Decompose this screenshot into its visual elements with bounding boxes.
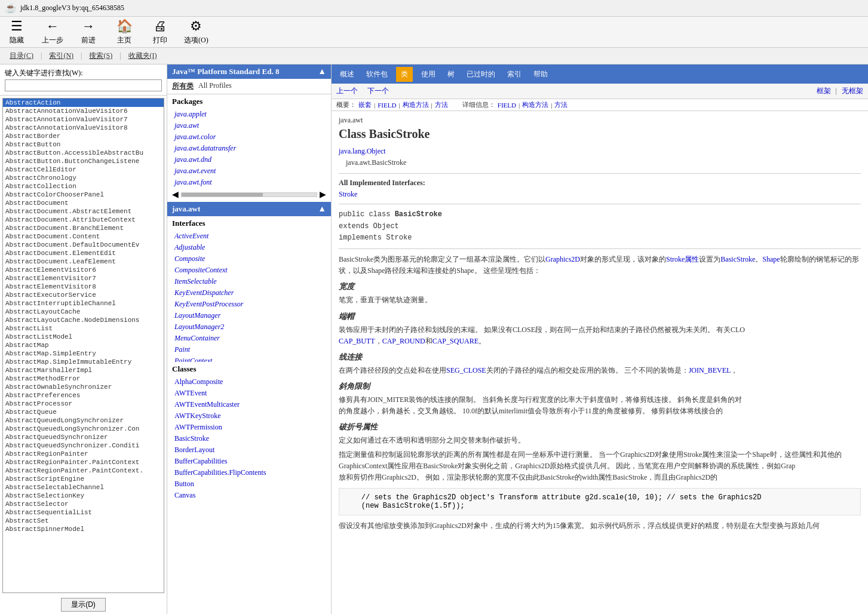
next-link[interactable]: 下一个 (367, 86, 389, 96)
class-list-item[interactable]: AbstractMarshallerImpl (3, 366, 164, 374)
class-list-item[interactable]: AbstractQueue (3, 408, 164, 416)
tab-help[interactable]: 帮助 (530, 68, 551, 81)
package-item[interactable]: java.awt.dnd (167, 154, 331, 165)
class-list-item[interactable]: AbstractColorChooserPanel (3, 191, 164, 199)
class-list-item[interactable]: AbstractSelectableChannel (3, 483, 164, 492)
interface-item[interactable]: KeyEventDispatcher (167, 287, 331, 299)
class-list-item[interactable]: AbstractList (3, 324, 164, 333)
class-list-item[interactable]: AbstractMethodError (3, 374, 164, 383)
class-list-item[interactable]: AbstractElementVisitor6 (3, 266, 164, 274)
shape-link-desc[interactable]: Shape (762, 255, 780, 263)
class-list-item[interactable]: AbstractDocument.AttributeContext (3, 216, 164, 224)
tab-index[interactable]: 索引 (504, 68, 525, 81)
forward-button[interactable]: → 前进 (76, 19, 100, 45)
class-list-item[interactable]: AbstractListModel (3, 333, 164, 341)
class-list-item[interactable]: AbstractProcessor (3, 400, 164, 408)
package-item[interactable]: java.awt.event (167, 165, 331, 177)
nested-link[interactable]: 嵌套 (358, 100, 372, 109)
class-list[interactable]: AbstractAction AbstractAnnotationValueVi… (2, 98, 164, 593)
class-list-item[interactable]: AbstractRegionPainter.PaintContext. (3, 466, 164, 475)
class-list-item[interactable]: AbstractInterruptibleChannel (3, 299, 164, 308)
stroke-link[interactable]: Stroke (339, 190, 357, 198)
print-button[interactable]: 🖨 打印 (148, 19, 172, 45)
scroll-right-btn[interactable]: ▶ (320, 189, 326, 199)
class-list-item[interactable]: AbstractRegionPainter (3, 450, 164, 458)
package-item[interactable]: java.awt.datatransfer (167, 143, 331, 154)
collapse-btn[interactable]: ▲ (318, 67, 326, 76)
class-list-item[interactable]: AbstractPreferences (3, 391, 164, 400)
class-list-item[interactable]: AbstractSet (3, 517, 164, 525)
class-item[interactable]: Canvas (167, 490, 331, 501)
interface-item[interactable]: PaintContext (167, 355, 331, 362)
cap-square-link[interactable]: CAP_SQUARE (433, 337, 479, 345)
class-list-item[interactable]: AbstractMap.SimpleImmutableEntry (3, 358, 164, 366)
class-list-item[interactable]: AbstractDocument (3, 199, 164, 207)
tab-overview[interactable]: 概述 (336, 68, 358, 81)
class-list-item[interactable]: AbstractDocument.LeafElement (3, 257, 164, 266)
class-list-item[interactable]: AbstractMap (3, 341, 164, 349)
class-list-item[interactable]: AbstractChronology (3, 174, 164, 182)
class-list-item[interactable]: AbstractSpinnerModel (3, 525, 164, 533)
tab-package[interactable]: 软件包 (363, 68, 391, 81)
class-list-item[interactable]: AbstractDocument.BranchElement (3, 224, 164, 232)
class-list-item[interactable]: AbstractButton.ButtonChangeListene (3, 157, 164, 165)
tab-toc[interactable]: 目录(C) (5, 50, 38, 62)
constr-link[interactable]: 构造方法 (403, 100, 429, 109)
class-list-item[interactable]: AbstractQueuedLongSynchronizer (3, 416, 164, 425)
class-list-item[interactable]: AbstractDocument.DefaultDocumentEv (3, 241, 164, 249)
filter-profiles[interactable]: All Profiles (198, 81, 232, 91)
class-item[interactable]: AWTEventMulticaster (167, 399, 331, 410)
interface-item[interactable]: Composite (167, 253, 331, 265)
interface-item[interactable]: Adjustable (167, 242, 331, 253)
class-list-item[interactable]: AbstractMap.SimpleEntry (3, 349, 164, 358)
scroll-left-btn[interactable]: ◀ (172, 189, 179, 199)
class-list-item[interactable]: AbstractOwnableSynchronizer (3, 383, 164, 391)
expand-btn[interactable]: ▲ (318, 204, 326, 214)
interface-item[interactable]: ItemSelectable (167, 276, 331, 287)
options-button[interactable]: ⚙ 选项(O) (184, 19, 208, 45)
package-item[interactable]: java.awt.color (167, 131, 331, 143)
interface-item[interactable]: LayoutManager (167, 310, 331, 321)
class-list-item[interactable]: AbstractDocument.AbstractElement (3, 207, 164, 216)
class-list-item[interactable]: AbstractRegionPainter.PaintContext (3, 458, 164, 466)
class-item[interactable]: AWTKeyStroke (167, 410, 331, 422)
class-list-item[interactable]: AbstractElementVisitor7 (3, 274, 164, 283)
interface-item[interactable]: KeyEventPostProcessor (167, 299, 331, 310)
class-list-item[interactable]: AbstractSelector (3, 500, 164, 508)
object-link[interactable]: java.lang.Object (339, 147, 386, 155)
back-button[interactable]: ← 上一步 (41, 19, 65, 45)
cap-butt-link[interactable]: CAP_BUTT (339, 337, 375, 345)
seg-close-link[interactable]: SEG_CLOSE (446, 366, 486, 374)
frame-link[interactable]: 框架 (817, 86, 831, 96)
filter-all[interactable]: 所有类 (172, 81, 194, 91)
class-item[interactable]: BufferCapabilities (167, 456, 331, 467)
class-list-item[interactable]: AbstractAnnotationValueVisitor6 (3, 107, 164, 115)
class-list-item[interactable]: AbstractScriptEngine (3, 475, 164, 483)
detail-constr-link[interactable]: 构造方法 (522, 100, 548, 109)
detail-method-link[interactable]: 方法 (554, 100, 568, 109)
cap-round-link[interactable]: CAP_ROUND (382, 337, 425, 345)
class-list-item[interactable]: AbstractSelectionKey (3, 492, 164, 500)
package-item[interactable]: java.applet (167, 109, 331, 120)
detail-field-link[interactable]: FIELD (498, 102, 516, 109)
interface-item[interactable]: ActiveEvent (167, 231, 331, 242)
tab-index[interactable]: 索引(N) (44, 50, 78, 62)
tab-class[interactable]: 类 (396, 67, 413, 82)
class-list-item[interactable]: AbstractSequentialList (3, 508, 164, 517)
package-item[interactable]: java.awt.font (167, 177, 331, 188)
class-list-item[interactable]: AbstractAction (3, 99, 164, 107)
class-item[interactable]: BorderLayout (167, 444, 331, 456)
class-item[interactable]: AlphaComposite (167, 376, 331, 388)
join-bevel-link[interactable]: JOIN_BEVEL (689, 366, 731, 374)
class-list-item[interactable]: AbstractQueuedSynchronizer (3, 433, 164, 441)
package-item[interactable]: java.awt (167, 120, 331, 131)
class-list-item[interactable]: AbstractExecutorService (3, 291, 164, 299)
stroke-attr-link[interactable]: Stroke属性 (666, 255, 699, 263)
class-item[interactable]: BasicStroke (167, 433, 331, 444)
class-list-item[interactable]: AbstractLayoutCache.NodeDimensions (3, 316, 164, 324)
tab-deprecated[interactable]: 已过时的 (463, 68, 499, 81)
class-item[interactable]: BufferCapabilities.FlipContents (167, 467, 331, 478)
class-list-item[interactable]: AbstractButton.AccessibleAbstractBu (3, 149, 164, 157)
tab-tree[interactable]: 树 (444, 68, 458, 81)
hide-button[interactable]: ☰ 隐藏 (5, 19, 29, 45)
